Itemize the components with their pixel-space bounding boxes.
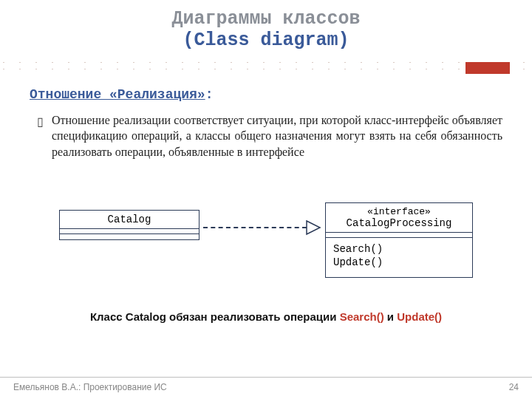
bullet-icon: ▯ xyxy=(37,114,44,130)
title-line2: (Class diagram) xyxy=(0,30,532,52)
accent-box xyxy=(466,62,510,74)
footer-page: 24 xyxy=(509,382,519,392)
subtitle-colon: : xyxy=(205,87,214,102)
uml-diagram: Catalog «interface» CatalogProcessing Se… xyxy=(59,202,473,291)
realization-arrow xyxy=(203,220,323,235)
title-line1: Диаграммы классов xyxy=(0,9,532,30)
diagram-caption: Класс Catalog обязан реализовать операци… xyxy=(30,310,502,323)
caption-op1: Search() xyxy=(340,310,384,323)
dashed-line xyxy=(203,227,307,228)
catalog-ops-empty xyxy=(60,234,199,239)
footer-author: Емельянов В.А.: Проектирование ИС xyxy=(13,382,167,392)
arrow-head-icon xyxy=(305,219,321,236)
catalog-name: Catalog xyxy=(60,211,199,229)
section-subtitle: Отношение «Реализация»: xyxy=(30,87,502,102)
interface-stereotype: «interface» xyxy=(333,206,465,217)
slide-footer: Емельянов В.А.: Проектирование ИС 24 xyxy=(0,377,532,392)
caption-prefix: Класс Catalog обязан реализовать операци… xyxy=(90,310,340,323)
op-search: Search() xyxy=(333,242,465,256)
svg-marker-0 xyxy=(307,221,320,234)
subtitle-text: Отношение «Реализация» xyxy=(30,87,205,102)
paragraph-text: Отношение реализации соответствует ситуа… xyxy=(52,114,502,158)
class-catalog: Catalog xyxy=(59,210,200,240)
op-update: Update() xyxy=(333,256,465,269)
body-paragraph: ▯ Отношение реализации соответствует сит… xyxy=(52,112,502,160)
caption-op2: Update() xyxy=(397,310,442,323)
slide-title: Диаграммы классов (Class diagram) xyxy=(0,0,532,62)
interface-ops: Search() Update() xyxy=(326,238,472,276)
interface-name: CatalogProcessing xyxy=(333,217,465,229)
class-interface: «interface» CatalogProcessing Search() U… xyxy=(325,202,473,277)
caption-mid: и xyxy=(384,310,398,323)
interface-attrs-empty xyxy=(326,233,472,238)
decorative-rule xyxy=(3,62,529,69)
catalog-attrs-empty xyxy=(60,229,199,234)
interface-header: «interface» CatalogProcessing xyxy=(326,203,472,233)
